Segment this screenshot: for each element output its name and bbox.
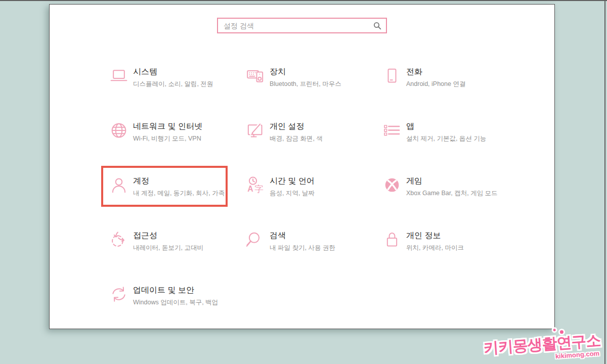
tile-subtitle: Bluetooth, 프린터, 마우스: [270, 79, 341, 89]
devices-icon: [245, 66, 266, 88]
phone-icon: [382, 66, 402, 88]
tile-subtitle: 내레이터, 돋보기, 고대비: [133, 243, 203, 253]
tile-subtitle: Android, iPhone 연결: [406, 79, 465, 89]
tile-subtitle: 음성, 지역, 날짜: [270, 189, 315, 198]
tile-title: 게임: [406, 176, 498, 187]
time-language-icon: A 字: [245, 175, 266, 197]
tile-title: 시간 및 언어: [270, 176, 315, 187]
tile-subtitle: Xbox Game Bar, 캡처, 게임 모드: [406, 189, 498, 198]
tile-title: 업데이트 및 보안: [133, 285, 218, 296]
file-search-icon: [245, 230, 266, 252]
tile-privacy[interactable]: 개인 정보 위치, 카메라, 마이크: [382, 229, 518, 284]
tile-title: 앱: [406, 121, 486, 132]
tile-subtitle: 설치 제거, 기본값, 옵션 기능: [406, 134, 486, 144]
tile-gaming[interactable]: 게임 Xbox Game Bar, 캡처, 게임 모드: [382, 174, 518, 229]
accounts-icon: [109, 175, 129, 197]
tile-accounts[interactable]: 계정 내 계정, 메일, 동기화, 회사, 가족: [109, 174, 245, 229]
network-icon: [109, 120, 129, 143]
xbox-icon: [382, 175, 402, 197]
tile-subtitle: 위치, 카메라, 마이크: [406, 243, 464, 253]
tile-title: 계정: [133, 176, 225, 187]
tile-title: 개인 정보: [406, 231, 464, 241]
tile-title: 검색: [270, 231, 335, 241]
tile-apps[interactable]: 앱 설치 제거, 기본값, 옵션 기능: [382, 120, 518, 174]
update-sync-icon: [109, 284, 129, 306]
tile-title: 네트워크 및 인터넷: [133, 121, 202, 132]
watermark-dots: [549, 327, 563, 337]
tile-title: 시스템: [133, 67, 213, 77]
tile-personalization[interactable]: 개인 설정 배경, 잠금 화면, 색: [245, 120, 382, 174]
tile-subtitle: 배경, 잠금 화면, 색: [270, 134, 323, 144]
tile-subtitle: 내 계정, 메일, 동기화, 회사, 가족: [133, 189, 225, 198]
svg-text:字: 字: [254, 184, 263, 194]
system-icon: [109, 66, 129, 88]
tile-update-security[interactable]: 업데이트 및 보안 Windows 업데이트, 복구, 백업: [109, 284, 245, 338]
tile-subtitle: 디스플레이, 소리, 알림, 전원: [133, 79, 213, 89]
personalization-icon: [245, 120, 266, 143]
tile-devices[interactable]: 장치 Bluetooth, 프린터, 마우스: [245, 65, 382, 120]
tile-title: 개인 설정: [270, 121, 323, 132]
tile-network[interactable]: 네트워크 및 인터넷 Wi-Fi, 비행기 모드, VPN: [109, 120, 245, 174]
svg-text:A: A: [247, 185, 253, 193]
tile-search[interactable]: 검색 내 파일 찾기, 사용 권한: [245, 229, 382, 284]
tile-title: 전화: [406, 67, 465, 77]
settings-search-box[interactable]: [217, 18, 387, 33]
accessibility-icon: [109, 230, 129, 252]
settings-category-grid: 시스템 디스플레이, 소리, 알림, 전원 장치 Bl: [109, 65, 518, 338]
tile-time-language[interactable]: A 字 시간 및 언어 음성, 지역, 날짜: [245, 174, 382, 229]
search-area: [217, 18, 387, 33]
privacy-lock-icon: [382, 230, 402, 252]
screen-right-border: [604, 0, 605, 364]
tile-phone[interactable]: 전화 Android, iPhone 연결: [382, 65, 518, 120]
tile-subtitle: Windows 업데이트, 복구, 백업: [133, 298, 218, 307]
apps-icon: [382, 120, 402, 143]
tile-system[interactable]: 시스템 디스플레이, 소리, 알림, 전원: [109, 65, 245, 120]
tile-subtitle: Wi-Fi, 비행기 모드, VPN: [133, 134, 202, 144]
tile-title: 장치: [270, 67, 341, 77]
tile-subtitle: 내 파일 찾기, 사용 권한: [270, 243, 335, 253]
search-input[interactable]: [218, 22, 373, 30]
search-icon[interactable]: [373, 22, 381, 30]
screen-top-border: [0, 0, 607, 1]
tile-accessibility[interactable]: 접근성 내레이터, 돋보기, 고대비: [109, 229, 245, 284]
tile-title: 접근성: [133, 231, 203, 241]
settings-window: 시스템 디스플레이, 소리, 알림, 전원 장치 Bl: [49, 4, 555, 329]
